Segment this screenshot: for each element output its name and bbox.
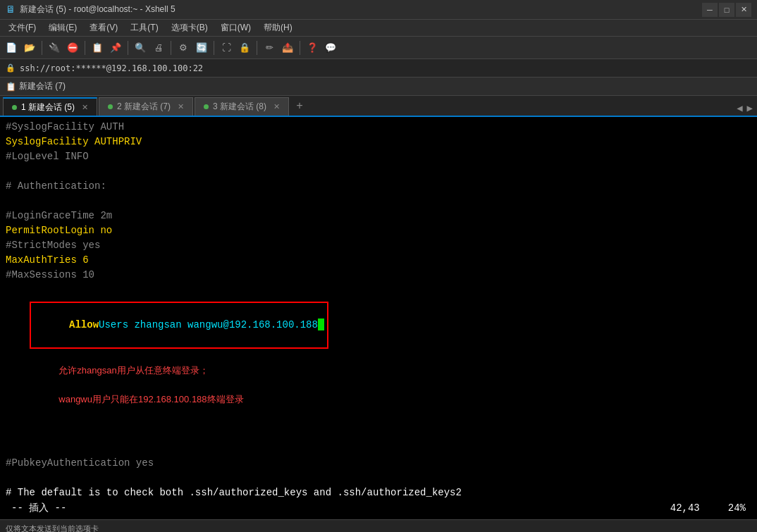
copy-btn[interactable]: 📋 xyxy=(89,39,106,56)
line-logingrace: #LoginGraceTime 2m xyxy=(6,209,751,223)
open-btn[interactable]: 📂 xyxy=(21,39,38,56)
print-btn[interactable]: 🖨 xyxy=(150,39,167,56)
sep4 xyxy=(171,41,171,55)
connect-btn[interactable]: 🔌 xyxy=(46,39,63,56)
window-title: 新建会话 (5) - root@localhost:~ - Xshell 5 xyxy=(20,4,176,16)
line-empty-1 xyxy=(6,164,751,179)
cursor-position: 42,43 xyxy=(670,501,700,516)
tab-nav: ◀ ▶ xyxy=(735,101,754,116)
app-icon: 🖥 xyxy=(6,4,16,16)
menu-window[interactable]: 窗口(W) xyxy=(215,20,257,35)
tab-prev-btn[interactable]: ◀ xyxy=(735,101,744,116)
line-empty-2 xyxy=(6,194,751,209)
tab-2[interactable]: 2 新建会话 (7) ✕ xyxy=(99,97,193,116)
window-controls: ─ □ ✕ xyxy=(702,3,751,17)
line-empty-3 xyxy=(6,441,751,456)
tab-add-button[interactable]: + xyxy=(290,97,309,116)
line-pubkey: #PubkeyAuthentication yes xyxy=(6,456,751,471)
sep3 xyxy=(128,41,128,55)
allowusers-box: AllowUsers zhangsan wangwu@192.168.100.1… xyxy=(30,302,328,349)
help-btn[interactable]: ❓ xyxy=(304,39,321,56)
compose-btn[interactable]: ✏ xyxy=(261,39,278,56)
tab-3-dot xyxy=(204,104,209,109)
sep5 xyxy=(214,41,214,55)
new-session-btn[interactable]: 📄 xyxy=(3,39,20,56)
menu-tools[interactable]: 工具(T) xyxy=(125,20,164,35)
minimize-button[interactable]: ─ xyxy=(702,3,718,17)
menu-bar: 文件(F) 编辑(E) 查看(V) 工具(T) 选项卡(B) 窗口(W) 帮助(… xyxy=(0,20,757,37)
transfer-btn[interactable]: 🔄 xyxy=(193,39,210,56)
allow-prefix: Allow xyxy=(69,319,99,330)
settings-btn[interactable]: ⚙ xyxy=(175,39,192,56)
annotation-line1: 允许zhangsan用户从任意终端登录； xyxy=(59,365,208,376)
line-loglevel: #LogLevel INFO xyxy=(6,149,751,164)
tab-3[interactable]: 3 新建会话 (8) ✕ xyxy=(195,97,289,116)
annotation-text: 允许zhangsan用户从任意终端登录； wangwu用户只能在192.168.… xyxy=(44,349,244,422)
lock-btn[interactable]: 🔒 xyxy=(236,39,253,56)
sep6 xyxy=(257,41,257,55)
fullscreen-btn[interactable]: ⛶ xyxy=(218,39,235,56)
breadcrumb-bar: 📋 新建会话 (7) xyxy=(0,78,757,96)
tab-2-label: 2 新建会话 (7) xyxy=(117,101,171,113)
tab-1-label: 1 新建会话 (5) xyxy=(21,101,75,113)
line-syslogfacility: SyslogFacility AUTHPRIV xyxy=(6,135,751,149)
line-maxsessions: #MaxSessions 10 xyxy=(6,268,751,283)
sep2 xyxy=(85,41,85,55)
title-bar: 🖥 新建会话 (5) - root@localhost:~ - Xshell 5… xyxy=(0,0,757,20)
line-syslog-comment: #SyslogFacility AUTH xyxy=(6,120,751,135)
scroll-percent: 24% xyxy=(728,501,746,516)
tab-1-dot xyxy=(12,105,17,110)
line-permitroot: PermitRootLogin no xyxy=(6,223,751,238)
menu-file[interactable]: 文件(F) xyxy=(3,20,42,35)
tab-2-dot xyxy=(108,104,113,109)
tab-next-btn[interactable]: ▶ xyxy=(746,101,754,116)
send-text-label: 仅将文本发送到当前选项卡 xyxy=(6,524,99,532)
line-auth-comment: # Authentication: xyxy=(6,179,751,194)
line-maxauthtries: MaxAuthTries 6 xyxy=(6,253,751,268)
sep1 xyxy=(42,41,42,55)
tab-3-close[interactable]: ✕ xyxy=(273,102,280,111)
address-bar: 🔒 ssh://root:******@192.168.100.100:22 xyxy=(0,59,757,78)
line-allowusers: AllowUsers zhangsan wangwu@192.168.100.1… xyxy=(6,287,751,437)
line-empty-4 xyxy=(6,471,751,485)
paste-btn[interactable]: 📌 xyxy=(107,39,124,56)
menu-edit[interactable]: 编辑(E) xyxy=(43,20,82,35)
ssl-icon: 🔒 xyxy=(6,63,16,73)
line-strictmodes: #StrictModes yes xyxy=(6,238,751,253)
address-text: ssh://root:******@192.168.100.100:22 xyxy=(20,63,203,73)
send-text-bar: 仅将文本发送到当前选项卡 xyxy=(0,519,757,532)
restore-button[interactable]: □ xyxy=(719,3,734,17)
tab-3-label: 3 新建会话 (8) xyxy=(213,101,266,113)
allow-suffix: Users zhangsan wangwu@192.168.100.188 xyxy=(99,319,318,330)
insert-status-line: -- 插入 -- 42,43 24% xyxy=(6,500,751,516)
breadcrumb-icon: 📋 xyxy=(6,82,16,92)
send-btn[interactable]: 📤 xyxy=(279,39,296,56)
chat-btn[interactable]: 💬 xyxy=(322,39,339,56)
search-btn[interactable]: 🔍 xyxy=(132,39,149,56)
tab-1[interactable]: 1 新建会话 (5) ✕ xyxy=(3,97,97,116)
tab-2-close[interactable]: ✕ xyxy=(178,102,184,111)
disconnect-btn[interactable]: ⛔ xyxy=(64,39,81,56)
line-default-check: # The default is to check both .ssh/auth… xyxy=(6,485,751,500)
insert-label: -- 插入 -- xyxy=(11,501,66,516)
terminal[interactable]: #SyslogFacility AUTH SyslogFacility AUTH… xyxy=(0,117,757,519)
menu-view[interactable]: 查看(V) xyxy=(84,20,123,35)
menu-tabs[interactable]: 选项卡(B) xyxy=(166,20,214,35)
menu-help[interactable]: 帮助(H) xyxy=(258,20,298,35)
tab-1-close[interactable]: ✕ xyxy=(82,103,88,112)
breadcrumb-label: 新建会话 (7) xyxy=(19,80,66,92)
close-button[interactable]: ✕ xyxy=(736,3,751,17)
cursor xyxy=(318,318,324,330)
sep7 xyxy=(300,41,300,55)
annotation-line2: wangwu用户只能在192.168.100.188终端登录 xyxy=(59,394,243,404)
toolbar: 📄 📂 🔌 ⛔ 📋 📌 🔍 🖨 ⚙ 🔄 ⛶ 🔒 ✏ 📤 ❓ 💬 xyxy=(0,37,757,59)
pubkey-text: #PubkeyAuthentication yes xyxy=(6,456,154,471)
tab-bar: 1 新建会话 (5) ✕ 2 新建会话 (7) ✕ 3 新建会话 (8) ✕ +… xyxy=(0,96,757,117)
